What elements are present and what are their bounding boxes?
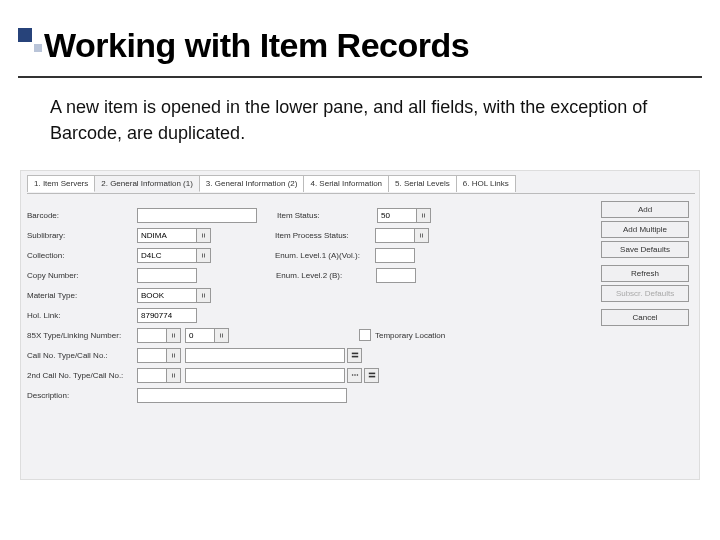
sublibrary-input[interactable] [137,228,197,243]
tab-general-info-1[interactable]: 2. General Information (1) [94,175,200,192]
add-multiple-button[interactable]: Add Multiple [601,221,689,238]
call-no-type-input[interactable] [137,348,167,363]
svg-point-2 [351,374,353,376]
label-material-type: Material Type: [27,291,137,300]
collection-dropdown[interactable] [196,248,211,263]
tab-general-info-2[interactable]: 3. General Information (2) [199,175,305,192]
svg-point-3 [354,374,356,376]
label-collection: Collection: [27,251,137,260]
svg-rect-6 [368,376,374,378]
label-call-no-type: Call No. Type/Call No.: [27,351,137,360]
label-barcode: Barcode: [27,211,137,220]
enum-level-2-input[interactable] [376,268,416,283]
label-temporary-location: Temporary Location [375,331,445,340]
material-type-input[interactable] [137,288,197,303]
85x-type-input[interactable] [137,328,167,343]
item-record-panel: 1. Item Servers 2. General Information (… [20,170,700,480]
label-sublibrary: Sublibrary: [27,231,137,240]
call-no-type-dropdown[interactable] [166,348,181,363]
tab-item-servers[interactable]: 1. Item Servers [27,175,95,192]
tab-serial-levels[interactable]: 5. Serial Levels [388,175,457,192]
linking-number-input[interactable] [185,328,215,343]
2nd-call-no-type-dropdown[interactable] [166,368,181,383]
save-defaults-button[interactable]: Save Defaults [601,241,689,258]
button-column: Add Add Multiple Save Defaults Refresh S… [601,201,689,326]
item-process-status-input[interactable] [375,228,415,243]
call-no-browse-button[interactable] [347,348,362,363]
material-type-dropdown[interactable] [196,288,211,303]
cancel-button[interactable]: Cancel [601,309,689,326]
add-button[interactable]: Add [601,201,689,218]
svg-rect-5 [368,373,374,375]
linking-number-dropdown[interactable] [214,328,229,343]
svg-point-4 [356,374,358,376]
tab-serial-info[interactable]: 4. Serial Information [303,175,389,192]
slide-title: Working with Item Records [44,26,469,65]
label-enum-level-1: Enum. Level.1 (A)(Vol.): [275,251,375,260]
tab-underline [27,193,695,194]
label-85x-type: 85X Type/Linking Number: [27,331,137,340]
sublibrary-dropdown[interactable] [196,228,211,243]
tab-hol-links[interactable]: 6. HOL Links [456,175,516,192]
temporary-location-checkbox[interactable] [359,329,371,341]
label-item-status: Item Status: [277,211,377,220]
label-copy-number: Copy Number: [27,271,137,280]
decor-square-large [18,28,32,42]
label-item-process-status: Item Process Status: [275,231,375,240]
svg-rect-1 [351,356,357,358]
slide-description: A new item is opened in the lower pane, … [50,94,650,146]
call-no-input[interactable] [185,348,345,363]
subscription-defaults-button: Subscr. Defaults [601,285,689,302]
title-underline [18,76,702,78]
2nd-call-no-input[interactable] [185,368,345,383]
copy-number-input[interactable] [137,268,197,283]
description-input[interactable] [137,388,347,403]
enum-level-1-input[interactable] [375,248,415,263]
2nd-call-no-type-input[interactable] [137,368,167,383]
collection-input[interactable] [137,248,197,263]
2nd-call-no-browse-button[interactable] [364,368,379,383]
tab-strip: 1. Item Servers 2. General Information (… [27,175,515,192]
svg-rect-0 [351,353,357,355]
decor-square-small [34,44,42,52]
label-enum-level-2: Enum. Level.2 (B): [276,271,376,280]
hol-link-input[interactable] [137,308,197,323]
2nd-call-no-ellipsis-button[interactable] [347,368,362,383]
refresh-button[interactable]: Refresh [601,265,689,282]
label-2nd-call-no-type: 2nd Call No. Type/Call No.: [27,371,137,380]
label-hol-link: Hol. Link: [27,311,137,320]
item-process-status-dropdown[interactable] [414,228,429,243]
85x-type-dropdown[interactable] [166,328,181,343]
barcode-input[interactable] [137,208,257,223]
form-area: Barcode: Item Status: Sublibrary: Item P… [27,205,547,405]
item-status-input[interactable] [377,208,417,223]
item-status-dropdown[interactable] [416,208,431,223]
label-description: Description: [27,391,137,400]
